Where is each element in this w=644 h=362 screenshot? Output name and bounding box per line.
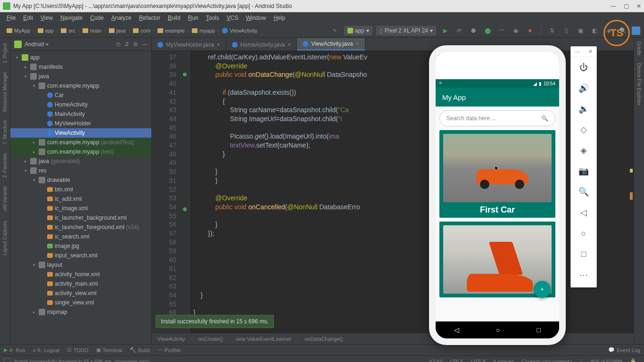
sync-icon[interactable]: ⇅	[547, 25, 557, 36]
tree-item-activity-view-xml[interactable]: activity_view.xml	[10, 288, 151, 298]
tree-item-image-jpg[interactable]: image.jpg	[10, 241, 151, 251]
tree-item-viewactivity[interactable]: ViewActivity	[10, 128, 151, 138]
editor-tab-HomeActivity.java[interactable]: HomeActivity.java×	[226, 39, 297, 50]
code-area[interactable]: ref.child(CarKey).addValueEventListener(…	[190, 51, 634, 333]
tree-item-btn-xml[interactable]: btn.xml	[10, 185, 151, 194]
indent[interactable]: 4 spaces	[489, 359, 518, 362]
tree-item-ic-launcher-foreground-xml[interactable]: ic_launcher_foreground.xml (v24)	[10, 222, 151, 232]
avatar-icon[interactable]	[632, 26, 640, 35]
editor-tab-MyViewHolder.java[interactable]: MyViewHolder.java×	[152, 39, 226, 50]
tree-item-com-example-myapp[interactable]: ▸com.example.myapp (test)	[10, 147, 151, 156]
rail----structure[interactable]: 7: Structure	[1, 116, 8, 148]
menu-file[interactable]: File	[4, 14, 18, 22]
debug-button[interactable]: ⬢	[468, 25, 479, 36]
more-button[interactable]: ⋯	[571, 264, 596, 285]
fab-add-button[interactable]: +	[534, 281, 551, 298]
editor-breadcrumb-item[interactable]: ViewActivity	[157, 336, 185, 342]
tree-item-layout[interactable]: ▾layout	[10, 260, 151, 270]
emu-minimize-icon[interactable]: —	[575, 49, 580, 55]
menu-build[interactable]: Build	[165, 14, 183, 22]
volume-up-button[interactable]: 🔊	[571, 78, 596, 99]
tree-item-car[interactable]: Car	[10, 90, 151, 100]
menu-window[interactable]: Window	[243, 14, 269, 22]
breadcrumb-item[interactable]: app	[35, 27, 57, 34]
collapse-icon[interactable]: ⇵	[124, 41, 129, 48]
hide-panel-icon[interactable]: —	[142, 41, 148, 48]
tree-item-java[interactable]: ▸java (generated)	[10, 156, 151, 166]
menu-navigate[interactable]: Navigate	[58, 14, 85, 22]
coverage-icon[interactable]: ⬤	[482, 25, 493, 36]
tree-item-mipmap[interactable]: ▸mipmap	[10, 307, 151, 317]
rail----project[interactable]: 1: Project	[1, 40, 8, 67]
stop-button[interactable]: ■	[525, 25, 535, 36]
recents-button[interactable]: □	[537, 326, 541, 334]
memory-indicator[interactable]: 804 of 6246M	[587, 359, 626, 362]
tree-item-java[interactable]: ▾java	[10, 72, 151, 81]
tree-item-res[interactable]: ▾res	[10, 166, 151, 175]
breadcrumb-item[interactable]: main	[80, 27, 104, 34]
editor-breadcrumb-item[interactable]: new ValueEventListener	[236, 336, 291, 342]
emu-back-button[interactable]: ◁	[571, 202, 596, 223]
emu-home-button[interactable]: ○	[571, 223, 596, 244]
menu-analyze[interactable]: Analyze	[108, 14, 134, 22]
menu-vcs[interactable]: VCS	[224, 14, 241, 22]
close-button[interactable]: ✕	[636, 3, 641, 9]
breadcrumb-item[interactable]: com	[130, 27, 153, 34]
menu-code[interactable]: Code	[87, 14, 107, 22]
tree-item-ic-add-xml[interactable]: ic_add.xml	[10, 194, 151, 204]
project-view-dropdown[interactable]: Android	[25, 41, 44, 48]
rotate-left-button[interactable]: ◇	[571, 119, 596, 140]
tree-item-input-search-xml[interactable]: input_search.xml	[10, 251, 151, 260]
breadcrumb-item[interactable]: MyApp	[4, 27, 33, 34]
tab-logcat[interactable]: ≡6:Logcat	[33, 347, 59, 353]
emu-overview-button[interactable]: □	[571, 244, 596, 264]
device-dropdown[interactable]: ▯ Pixel 2 XL API 24 ▾	[376, 26, 436, 35]
tree-item-com-example-myapp[interactable]: ▾com.example.myapp	[10, 81, 151, 90]
menu-refactor[interactable]: Refactor	[136, 14, 163, 22]
close-tab-icon[interactable]: ×	[356, 41, 359, 47]
breadcrumb-item[interactable]: src	[58, 27, 78, 34]
tree-item-manifests[interactable]: ▸manifests	[10, 62, 151, 72]
menu-tools[interactable]: Tools	[203, 14, 222, 22]
close-tab-icon[interactable]: ×	[288, 41, 291, 48]
phone-screen[interactable]: ᴺ ◢ ▮ 10:54 My App Search data here ... …	[436, 79, 559, 338]
tree-item-myviewholder[interactable]: MyViewHolder	[10, 119, 151, 128]
gear-icon[interactable]: ⚙	[133, 41, 138, 48]
rail-device-file-explorer[interactable]: Device File Explorer	[636, 59, 643, 109]
breadcrumb-item[interactable]: ViewActivity	[219, 27, 260, 34]
sdk-manager-icon[interactable]: ▣	[575, 25, 586, 36]
zoom-button[interactable]: 🔍	[571, 181, 596, 202]
tree-item-homeactivity[interactable]: HomeActivity	[10, 100, 151, 109]
tree-item-drawable[interactable]: ▾drawable	[10, 175, 151, 185]
tab-run[interactable]: ▶4:Run	[4, 347, 25, 353]
tree-item-activity-home-xml[interactable]: activity_home.xml	[10, 270, 151, 279]
menu-edit[interactable]: Edit	[20, 14, 36, 22]
rotate-right-button[interactable]: ◈	[571, 140, 596, 161]
minimize-button[interactable]: —	[611, 3, 616, 9]
editor-breadcrumb-item[interactable]: onCreate()	[198, 336, 223, 342]
tab-event-log[interactable]: 💬Event Log	[608, 347, 640, 353]
encoding[interactable]: UTF-8	[467, 359, 489, 362]
layout-inspector-icon[interactable]: ◧	[589, 25, 600, 36]
git-branch[interactable]: ᚴ	[576, 359, 587, 362]
tree-item-ic-image-xml[interactable]: ic_image.xml	[10, 204, 151, 213]
rail----favorites[interactable]: 2: Favorites	[1, 149, 8, 181]
tab-terminal[interactable]: ▣Terminal	[96, 347, 123, 353]
apply-changes-button[interactable]: ⟳	[454, 25, 464, 36]
breadcrumb-item[interactable]: myapp	[189, 27, 218, 34]
volume-down-button[interactable]: 🔉	[571, 99, 596, 119]
tab-build[interactable]: 🔨Build	[130, 347, 149, 353]
run-config-dropdown[interactable]: app ▾	[344, 26, 372, 35]
menu-view[interactable]: View	[38, 14, 56, 22]
breadcrumb-item[interactable]: example	[155, 27, 188, 34]
attach-debugger-icon[interactable]: ◉	[511, 25, 521, 36]
screenshot-button[interactable]: 📷	[571, 161, 596, 181]
scroll-from-source-icon[interactable]: ⊙	[116, 41, 121, 48]
run-button[interactable]: ▶	[440, 25, 450, 36]
tree-item-app[interactable]: ▾app	[10, 53, 151, 62]
rail-resource-manager[interactable]: Resource Manager	[1, 68, 8, 115]
line-ending[interactable]: CRLF	[446, 359, 467, 362]
editor-breadcrumb-item[interactable]: onDataChange()	[305, 336, 343, 342]
menu-help[interactable]: Help	[271, 14, 288, 22]
avd-manager-icon[interactable]: ▯	[561, 25, 571, 36]
